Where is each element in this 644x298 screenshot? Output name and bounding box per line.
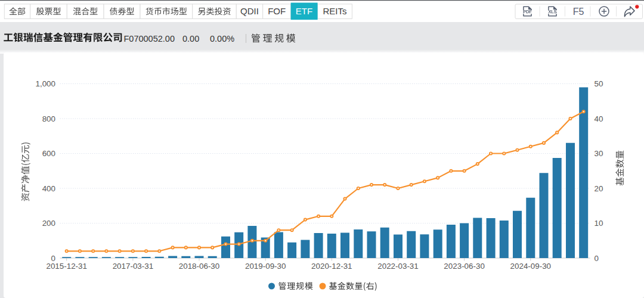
svg-text:2023-06-30: 2023-06-30 — [444, 262, 485, 271]
svg-text:2019-09-30: 2019-09-30 — [245, 262, 286, 271]
svg-text:0: 0 — [595, 254, 599, 263]
svg-text:10: 10 — [595, 219, 603, 228]
svg-text:50: 50 — [595, 79, 603, 88]
svg-text:FOF: FOF — [268, 6, 286, 16]
svg-text:2020-12-31: 2020-12-31 — [311, 262, 352, 271]
svg-text:2015-12-31: 2015-12-31 — [46, 262, 87, 271]
svg-text:0.00%: 0.00% — [210, 34, 234, 44]
svg-text:QDII: QDII — [240, 6, 259, 16]
svg-text:F0700052.00: F0700052.00 — [124, 34, 175, 44]
svg-text:200: 200 — [42, 219, 55, 228]
svg-text:1,000: 1,000 — [35, 79, 55, 88]
svg-text:REITs: REITs — [323, 6, 346, 16]
svg-text:20: 20 — [595, 184, 603, 193]
svg-text:600: 600 — [42, 149, 55, 158]
svg-text:40: 40 — [595, 114, 603, 123]
svg-text:2022-03-31: 2022-03-31 — [377, 262, 419, 271]
svg-text:2017-03-31: 2017-03-31 — [113, 262, 154, 271]
svg-text:2024-09-30: 2024-09-30 — [510, 262, 552, 271]
svg-text:ETF: ETF — [296, 6, 312, 16]
svg-text:2018-06-30: 2018-06-30 — [179, 262, 220, 271]
svg-text:30: 30 — [595, 149, 603, 158]
svg-text:400: 400 — [42, 184, 55, 193]
svg-text:0.00: 0.00 — [182, 34, 199, 44]
svg-text:F5: F5 — [573, 7, 584, 17]
svg-text:800: 800 — [42, 114, 55, 123]
